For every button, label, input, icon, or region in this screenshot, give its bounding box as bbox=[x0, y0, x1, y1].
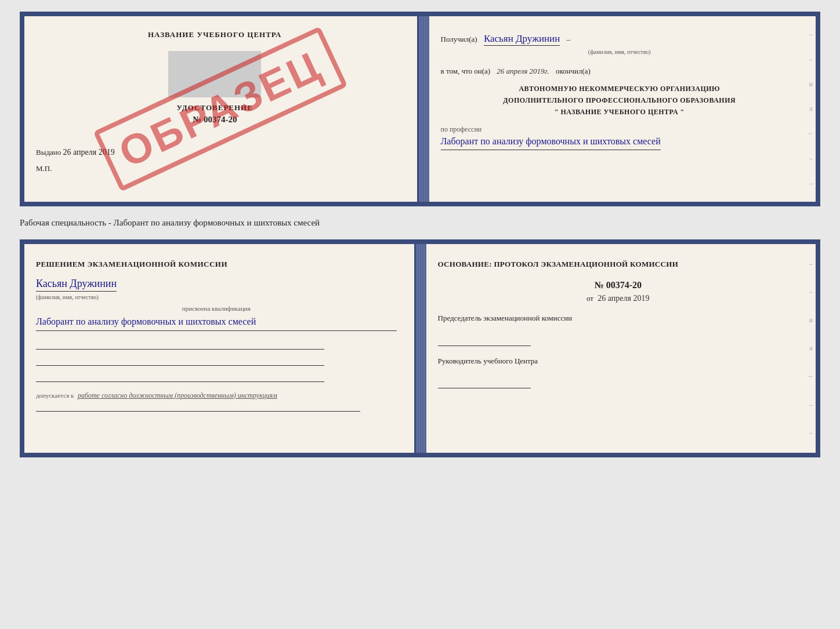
dopusk-text: работе согласно должностным (производств… bbox=[78, 391, 277, 399]
mark5: ← bbox=[808, 129, 814, 138]
spine-top bbox=[419, 16, 429, 202]
osnovanie-title: Основание: протокол экзаменационной коми… bbox=[438, 258, 799, 271]
mark6: – bbox=[809, 154, 813, 163]
right-side-marks-bottom: – – и а ← – – bbox=[808, 250, 814, 447]
gray-photo-box bbox=[168, 51, 261, 97]
mark1: – bbox=[809, 30, 813, 39]
mark4: а bbox=[809, 104, 812, 113]
specialty-label: Рабочая специальность - Лаборант по анал… bbox=[20, 216, 820, 230]
dopusk-prefix: допускается к bbox=[36, 392, 74, 399]
poluchil-prefix: Получил(а) bbox=[441, 35, 477, 43]
vydano-line: Выдано 26 апреля 2019 bbox=[36, 148, 394, 157]
mark7: – bbox=[809, 179, 813, 188]
vtom-date: 26 апреля 2019г. bbox=[497, 67, 549, 75]
mp-label: М.П. bbox=[36, 164, 394, 173]
poluchil-name: Касьян Дружинин bbox=[484, 33, 560, 46]
professii-name: Лаборант по анализу формовочных и шихтов… bbox=[441, 134, 661, 151]
signature-lines bbox=[36, 338, 397, 382]
kasyan-name-block: Касьян Дружинин (фамилия, имя, отчество) bbox=[36, 278, 397, 300]
spine-bottom bbox=[416, 244, 426, 453]
predsed-block: Председатель экзаменационной комиссии bbox=[438, 312, 799, 346]
udost-label: УДОСТОВЕРЕНИЕ bbox=[36, 103, 394, 112]
ot-prefix: от bbox=[586, 294, 593, 303]
fio-hint-top: (фамилия, имя, отчество) bbox=[441, 47, 799, 57]
bottom-document: Решением экзаменационной комиссии Касьян… bbox=[20, 239, 820, 457]
mark2: – bbox=[809, 55, 813, 64]
protocol-number: № 00374-20 bbox=[438, 280, 799, 290]
avt-line1: АВТОНОМНУЮ НЕКОММЕРЧЕСКУЮ ОРГАНИЗАЦИЮ bbox=[441, 83, 799, 94]
avt-block: АВТОНОМНУЮ НЕКОММЕРЧЕСКУЮ ОРГАНИЗАЦИЮ ДО… bbox=[441, 83, 799, 118]
poluchil-line: Получил(а) Касьян Дружинин – (фамилия, и… bbox=[441, 30, 799, 57]
resheniem-title: Решением экзаменационной комиссии bbox=[36, 258, 397, 271]
dopusk-block: допускается к работе согласно должностны… bbox=[36, 391, 397, 400]
bmark3: и bbox=[809, 316, 813, 325]
okoncil-text: окончил(а) bbox=[556, 67, 591, 75]
sig-line-1 bbox=[36, 338, 324, 350]
ruk-sig-line bbox=[438, 378, 531, 388]
bmark7: – bbox=[809, 428, 813, 437]
bmark5: ← bbox=[808, 372, 814, 381]
professii-block: по профессии Лаборант по анализу формово… bbox=[441, 125, 799, 151]
vydano-date: 26 апреля 2019 bbox=[63, 148, 115, 157]
bmark4: а bbox=[809, 344, 812, 352]
vydano-prefix: Выдано bbox=[36, 148, 61, 157]
bottom-left-panel: Решением экзаменационной комиссии Касьян… bbox=[24, 244, 416, 453]
predsed-label: Председатель экзаменационной комиссии bbox=[438, 312, 799, 324]
udost-number: № 00374-20 bbox=[36, 115, 394, 125]
kasyan-name: Касьян Дружинин bbox=[36, 278, 117, 292]
ruk-block: Руководитель учебного Центра bbox=[438, 355, 799, 389]
dopusk-bottom-line bbox=[36, 402, 360, 412]
dash-after-name: – bbox=[567, 35, 571, 43]
predsed-sig-line bbox=[438, 336, 531, 346]
udost-block: УДОСТОВЕРЕНИЕ № 00374-20 bbox=[36, 103, 394, 125]
sig-line-3 bbox=[36, 370, 324, 382]
fio-hint-bottom: (фамилия, имя, отчество) bbox=[36, 294, 397, 300]
bmark6: – bbox=[809, 401, 813, 409]
top-right-panel: Получил(а) Касьян Дружинин – (фамилия, и… bbox=[429, 16, 816, 202]
mark3: и bbox=[809, 80, 813, 89]
cert-title: НАЗВАНИЕ УЧЕБНОГО ЦЕНТРА bbox=[36, 30, 394, 39]
top-left-panel: НАЗВАНИЕ УЧЕБНОГО ЦЕНТРА УДОСТОВЕРЕНИЕ №… bbox=[24, 16, 419, 202]
ruk-label: Руководитель учебного Центра bbox=[438, 355, 799, 367]
vtom-line: в том, что он(а) 26 апреля 2019г. окончи… bbox=[441, 67, 799, 76]
vtom-prefix: в том, что он(а) bbox=[441, 67, 491, 75]
bottom-right-panel: Основание: протокол экзаменационной коми… bbox=[426, 244, 816, 453]
ot-date-value: 26 апреля 2019 bbox=[598, 294, 649, 303]
avt-line3: " НАЗВАНИЕ УЧЕБНОГО ЦЕНТРА " bbox=[441, 106, 799, 118]
prisvoena-label: присвоена квалификация bbox=[36, 305, 397, 312]
right-side-marks: – – и а ← – – bbox=[808, 22, 814, 196]
top-document: НАЗВАНИЕ УЧЕБНОГО ЦЕНТРА УДОСТОВЕРЕНИЕ №… bbox=[20, 12, 820, 206]
kvalif-text: Лаборант по анализу формовочных и шихтов… bbox=[36, 314, 397, 329]
bmark2: – bbox=[809, 288, 813, 296]
ot-date-block: от 26 апреля 2019 bbox=[438, 294, 799, 303]
kvalif-block: Лаборант по анализу формовочных и шихтов… bbox=[36, 314, 397, 331]
avt-line2: ДОПОЛНИТЕЛЬНОГО ПРОФЕССИОНАЛЬНОГО ОБРАЗО… bbox=[441, 94, 799, 106]
professii-label: по профессии bbox=[441, 125, 799, 134]
bmark1: – bbox=[809, 260, 813, 268]
sig-line-2 bbox=[36, 354, 324, 366]
